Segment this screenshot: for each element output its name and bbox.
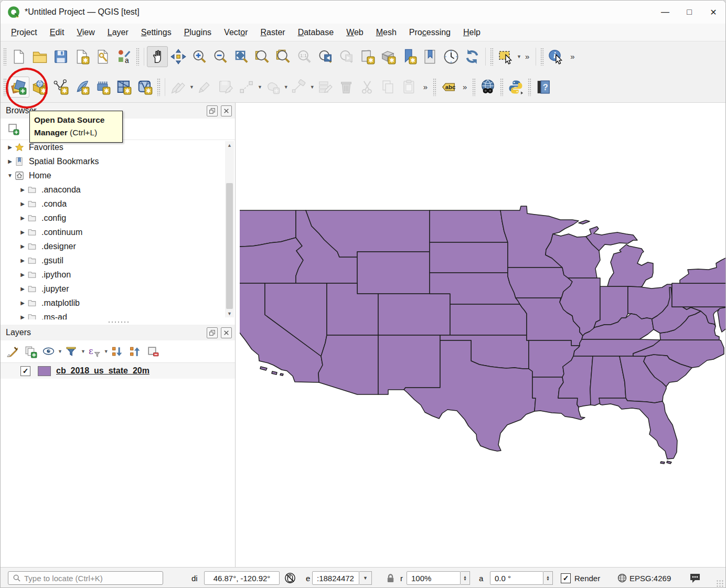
render-checkbox[interactable]: ✓	[561, 573, 571, 583]
toolbar-grip[interactable]	[3, 48, 7, 66]
layer-visibility-checkbox[interactable]: ✓	[20, 366, 30, 376]
menu-item[interactable]: Database	[292, 26, 340, 39]
crs-status-button[interactable]: EPSG:4269	[617, 571, 671, 585]
scrollbar-thumb[interactable]	[226, 183, 233, 309]
menu-item[interactable]: Project	[5, 26, 44, 39]
new-virtual-layer-button[interactable]	[134, 77, 155, 98]
browser-float-button[interactable]	[207, 105, 218, 116]
coordinate-display[interactable]: 46.87°, -120.92°	[204, 571, 280, 585]
vertex-tool-button[interactable]	[289, 77, 309, 98]
new-shapefile-layer-button[interactable]	[50, 77, 71, 98]
toolbar-grip[interactable]	[490, 48, 494, 66]
chevron-down-icon[interactable]: ▼	[81, 349, 86, 354]
zoom-full-extent-button[interactable]	[231, 46, 252, 67]
toolbar-overflow-button[interactable]: »	[459, 82, 471, 91]
menu-item[interactable]: Processing	[403, 26, 457, 39]
layers-float-button[interactable]	[207, 327, 218, 338]
collapse-all-button[interactable]	[126, 343, 144, 360]
zoom-last-button[interactable]	[315, 46, 336, 67]
render-toggle[interactable]: ✓ Render	[561, 571, 600, 585]
magnifier-spinner[interactable]: ▲▼	[461, 571, 470, 585]
zoom-next-button[interactable]	[336, 46, 357, 67]
toolbar-overflow-button[interactable]: »	[521, 52, 533, 61]
menu-item[interactable]: Plugins	[178, 26, 218, 39]
browser-tree-item[interactable]: ▶ Spatial Bookmarks	[1, 154, 235, 168]
menu-item[interactable]: Edit	[44, 26, 71, 39]
open-data-source-manager-button[interactable]	[8, 77, 29, 98]
toolbar-grip[interactable]	[472, 78, 476, 96]
layer-row[interactable]: ✓ cb_2018_us_state_20m	[1, 363, 235, 379]
minimize-button[interactable]: —	[653, 2, 677, 23]
expand-arrow-icon[interactable]: ▶	[18, 201, 27, 207]
toolbar-grip[interactable]	[136, 48, 140, 66]
rotation-spinner[interactable]: ▲▼	[543, 571, 553, 585]
mouse-position-toggle[interactable]	[284, 571, 296, 585]
digitize-button[interactable]	[236, 77, 257, 98]
zoom-native-button[interactable]	[294, 46, 315, 67]
toolbar-grip[interactable]	[500, 78, 504, 96]
layers-close-button[interactable]	[221, 327, 232, 338]
browser-tree-item[interactable]: ▶ .matplotlib	[1, 296, 235, 310]
paste-features-button[interactable]	[399, 77, 420, 98]
select-features-button[interactable]	[495, 46, 516, 67]
delete-selected-button[interactable]	[336, 77, 357, 98]
menu-item[interactable]: Layer	[101, 26, 135, 39]
open-project-button[interactable]	[29, 46, 50, 67]
help-button[interactable]	[533, 77, 554, 98]
add-vector-layer-button[interactable]	[29, 77, 50, 98]
scale-input[interactable]: :18824472	[312, 571, 359, 585]
modify-attributes-button[interactable]	[315, 77, 336, 98]
layer-labeling-button[interactable]	[438, 77, 459, 98]
toolbar-grip[interactable]	[433, 78, 436, 96]
browser-tree-item[interactable]: ▶ .conda	[1, 197, 235, 211]
new-spatialite-layer-button[interactable]	[92, 77, 113, 98]
map-canvas[interactable]	[236, 103, 726, 567]
open-layer-styling-button[interactable]	[4, 343, 22, 360]
remove-layer-button[interactable]	[144, 343, 162, 360]
expand-arrow-icon[interactable]: ▶	[18, 272, 27, 277]
browser-tree-item[interactable]: ▶ .jupyter	[1, 282, 235, 296]
scroll-up-icon[interactable]: ▲	[225, 141, 234, 149]
magnifier-input[interactable]: 100%	[407, 571, 461, 585]
menu-item[interactable]: Settings	[135, 26, 178, 39]
style-manager-button[interactable]	[113, 46, 134, 67]
show-layout-manager-button[interactable]	[92, 46, 113, 67]
menu-item[interactable]: Mesh	[370, 26, 403, 39]
expand-arrow-icon[interactable]: ▶	[6, 158, 14, 164]
browser-tree-item[interactable]: ▶ .designer	[1, 239, 235, 253]
new-spatial-bookmark-button[interactable]	[399, 46, 420, 67]
toolbar-grip[interactable]	[528, 78, 531, 96]
toolbar-grip[interactable]	[157, 78, 161, 96]
filter-by-expression-button[interactable]	[86, 343, 103, 360]
metasearch-button[interactable]	[477, 77, 498, 98]
close-button[interactable]: ✕	[701, 2, 725, 23]
chevron-down-icon[interactable]: ▼	[189, 84, 194, 90]
resize-grip[interactable]	[716, 580, 723, 587]
chevron-down-icon[interactable]: ▼	[258, 84, 262, 90]
manage-map-themes-button[interactable]	[39, 343, 57, 360]
expand-arrow-icon[interactable]: ▶	[18, 243, 27, 249]
scale-dropdown-button[interactable]: ▼	[359, 571, 372, 585]
toolbar-grip[interactable]	[3, 78, 7, 96]
save-project-button[interactable]	[50, 46, 71, 67]
scale-lock-button[interactable]	[385, 571, 396, 585]
expand-arrow-icon[interactable]: ▶	[18, 187, 27, 193]
browser-close-button[interactable]	[221, 105, 232, 116]
browser-tree-item[interactable]: ▶ .ms-ad	[1, 310, 235, 319]
browser-tree-item[interactable]: ▶ .ipython	[1, 268, 235, 282]
refresh-map-button[interactable]	[462, 46, 483, 67]
pan-map-button[interactable]	[147, 46, 168, 67]
python-console-button[interactable]	[505, 77, 526, 98]
chevron-down-icon[interactable]: ▼	[104, 349, 109, 354]
add-group-button[interactable]	[22, 343, 39, 360]
temporal-controller-button[interactable]	[441, 46, 462, 67]
new-gpx-layer-button[interactable]	[113, 77, 134, 98]
menu-item[interactable]: Help	[457, 26, 487, 39]
zoom-to-layer-button[interactable]	[273, 46, 294, 67]
expand-arrow-icon[interactable]: ▶	[18, 229, 27, 235]
add-selected-layers-button[interactable]	[5, 121, 22, 137]
chevron-down-icon[interactable]: ▼	[310, 84, 315, 90]
new-geopackage-layer-button[interactable]	[71, 77, 92, 98]
browser-tree-item[interactable]: ▶ .config	[1, 211, 235, 225]
chevron-down-icon[interactable]: ▼	[517, 54, 521, 59]
